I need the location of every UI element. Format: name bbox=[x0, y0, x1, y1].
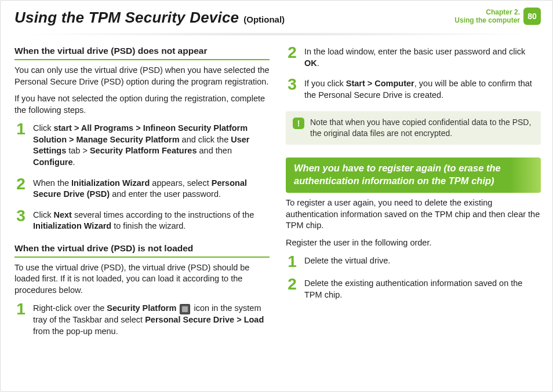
step-text: Right-click over the Security Platform i… bbox=[33, 302, 270, 337]
step-text: In the load window, enter the basic user… bbox=[304, 45, 541, 69]
text-run: from the pop-up menu. bbox=[33, 327, 118, 336]
step: 2In the load window, enter the basic use… bbox=[286, 45, 541, 69]
step-number: 3 bbox=[286, 77, 299, 91]
note-text: Note that when you have copied confident… bbox=[310, 117, 534, 139]
alert-icon: ! bbox=[293, 118, 304, 129]
step: 1Click start > All Programs > Infineon S… bbox=[14, 122, 270, 168]
text-run: to finish the wizard. bbox=[111, 221, 185, 230]
step: 3If you click Start > Computer, you will… bbox=[286, 77, 541, 101]
text-run: When the bbox=[33, 178, 71, 188]
note-box: ! Note that when you have copied confide… bbox=[286, 111, 541, 145]
text-run: and click the bbox=[180, 135, 231, 144]
steps-list: 1Click start > All Programs > Infineon S… bbox=[14, 122, 270, 232]
page: Using the TPM Security Device (Optional)… bbox=[0, 0, 553, 392]
bold-run: Start > Computer bbox=[346, 79, 414, 88]
right-column: 2In the load window, enter the basic use… bbox=[286, 45, 541, 347]
chapter-line-1: Chapter 2. bbox=[454, 8, 520, 16]
step-text: When the Initialization Wizard appears, … bbox=[33, 177, 270, 200]
step-number: 2 bbox=[286, 277, 299, 291]
subheading-psd-not-loaded: When the virtual drive (PSD) is not load… bbox=[14, 243, 270, 258]
text-run: Delete the virtual drive. bbox=[304, 256, 390, 265]
bold-run: Configure bbox=[33, 157, 72, 167]
text-run: several times according to the instructi… bbox=[72, 210, 254, 219]
tray-icon bbox=[180, 304, 190, 314]
page-subtitle: (Optional) bbox=[243, 14, 285, 25]
step: 3Click Next several times according to t… bbox=[14, 208, 270, 232]
paragraph: Register the user in the following order… bbox=[286, 237, 541, 249]
title-block: Using the TPM Security Device (Optional) bbox=[14, 8, 285, 28]
steps-list: 1Delete the virtual drive.2Delete the ex… bbox=[286, 254, 541, 301]
steps-list: 1Right-click over the Security Platform … bbox=[14, 302, 270, 337]
bold-run: Initialization Wizard bbox=[71, 178, 150, 188]
text-run: If you click bbox=[304, 79, 346, 88]
step: 2Delete the existing authentication info… bbox=[286, 277, 541, 301]
bold-run: OK bbox=[304, 58, 317, 68]
text-run: appears, select bbox=[150, 178, 211, 188]
bold-run: Security Platform Features bbox=[90, 146, 197, 155]
text-run: and then bbox=[197, 146, 231, 155]
bold-run: Next bbox=[53, 210, 71, 219]
chapter-text: Chapter 2. Using the computer bbox=[454, 8, 520, 25]
step-text: Delete the virtual drive. bbox=[304, 254, 541, 267]
divider-shadow bbox=[14, 32, 541, 36]
bold-run: Initialization Wizard bbox=[33, 221, 111, 230]
text-run bbox=[176, 303, 179, 313]
step-number: 1 bbox=[14, 122, 27, 136]
text-run: In the load window, enter the basic user… bbox=[304, 47, 525, 56]
steps-list: 2In the load window, enter the basic use… bbox=[286, 45, 541, 101]
step-number: 1 bbox=[286, 254, 299, 269]
text-run: Delete the existing authentication infor… bbox=[304, 279, 522, 299]
page-number-badge: 80 bbox=[523, 8, 541, 25]
section-banner-register-again: When you have to register again (to eras… bbox=[286, 157, 541, 193]
text-run: tab > bbox=[66, 146, 90, 155]
step-text: Click Next several times according to th… bbox=[33, 208, 270, 232]
step: 2When the Initialization Wizard appears,… bbox=[14, 177, 270, 200]
paragraph: If you have not selected the option duri… bbox=[14, 93, 270, 116]
step-text: Click start > All Programs > Infineon Se… bbox=[33, 122, 270, 168]
step-text: Delete the existing authentication infor… bbox=[304, 277, 541, 301]
text-run: and enter the user password. bbox=[110, 189, 221, 199]
bold-run: Personal Secure Drive > Load bbox=[145, 315, 264, 324]
step-number: 2 bbox=[286, 45, 299, 60]
subheading-psd-not-appear: When the virtual drive (PSD) does not ap… bbox=[14, 45, 270, 60]
step-number: 1 bbox=[14, 302, 27, 316]
paragraph: To register a user again, you need to de… bbox=[286, 197, 541, 232]
chapter-block: Chapter 2. Using the computer 80 bbox=[454, 8, 541, 25]
step: 1Right-click over the Security Platform … bbox=[14, 302, 270, 337]
page-title: Using the TPM Security Device bbox=[14, 8, 239, 28]
step-number: 2 bbox=[14, 177, 27, 191]
text-run: . bbox=[72, 157, 75, 167]
text-run: Right-click over the bbox=[33, 303, 107, 313]
text-run: Click bbox=[33, 123, 53, 133]
chapter-line-2: Using the computer bbox=[454, 16, 520, 24]
step-text: If you click Start > Computer, you will … bbox=[304, 77, 541, 101]
step: 1Delete the virtual drive. bbox=[286, 254, 541, 269]
paragraph: To use the virtual drive (PSD), the virt… bbox=[14, 262, 270, 296]
paragraph: You can only use the virtual drive (PSD)… bbox=[14, 65, 270, 87]
header: Using the TPM Security Device (Optional)… bbox=[14, 8, 541, 28]
text-run: Click bbox=[33, 210, 53, 219]
left-column: When the virtual drive (PSD) does not ap… bbox=[14, 45, 270, 347]
step-number: 3 bbox=[14, 208, 27, 223]
bold-run: Security Platform bbox=[107, 303, 176, 313]
columns: When the virtual drive (PSD) does not ap… bbox=[14, 45, 541, 347]
text-run: . bbox=[317, 58, 319, 68]
